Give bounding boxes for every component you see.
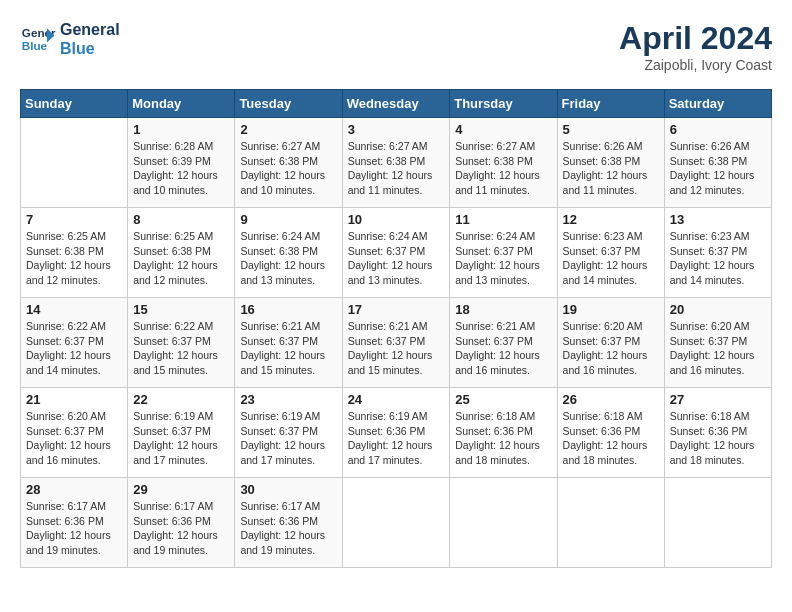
calendar-cell: 8Sunrise: 6:25 AM Sunset: 6:38 PM Daylig… [128, 208, 235, 298]
day-info: Sunrise: 6:20 AM Sunset: 6:37 PM Dayligh… [563, 319, 659, 378]
calendar-week-row: 7Sunrise: 6:25 AM Sunset: 6:38 PM Daylig… [21, 208, 772, 298]
location: Zaipobli, Ivory Coast [619, 57, 772, 73]
day-info: Sunrise: 6:28 AM Sunset: 6:39 PM Dayligh… [133, 139, 229, 198]
weekday-header: Tuesday [235, 90, 342, 118]
calendar-cell: 26Sunrise: 6:18 AM Sunset: 6:36 PM Dayli… [557, 388, 664, 478]
weekday-header: Friday [557, 90, 664, 118]
day-info: Sunrise: 6:19 AM Sunset: 6:36 PM Dayligh… [348, 409, 445, 468]
calendar-cell: 5Sunrise: 6:26 AM Sunset: 6:38 PM Daylig… [557, 118, 664, 208]
day-number: 30 [240, 482, 336, 497]
calendar-week-row: 21Sunrise: 6:20 AM Sunset: 6:37 PM Dayli… [21, 388, 772, 478]
weekday-header: Sunday [21, 90, 128, 118]
calendar-cell: 4Sunrise: 6:27 AM Sunset: 6:38 PM Daylig… [450, 118, 557, 208]
day-info: Sunrise: 6:24 AM Sunset: 6:37 PM Dayligh… [348, 229, 445, 288]
calendar-cell [342, 478, 450, 568]
day-number: 19 [563, 302, 659, 317]
day-info: Sunrise: 6:25 AM Sunset: 6:38 PM Dayligh… [133, 229, 229, 288]
day-number: 4 [455, 122, 551, 137]
day-info: Sunrise: 6:19 AM Sunset: 6:37 PM Dayligh… [240, 409, 336, 468]
day-number: 6 [670, 122, 766, 137]
day-info: Sunrise: 6:22 AM Sunset: 6:37 PM Dayligh… [133, 319, 229, 378]
day-info: Sunrise: 6:21 AM Sunset: 6:37 PM Dayligh… [240, 319, 336, 378]
day-info: Sunrise: 6:27 AM Sunset: 6:38 PM Dayligh… [240, 139, 336, 198]
logo-blue: Blue [60, 39, 120, 58]
day-info: Sunrise: 6:17 AM Sunset: 6:36 PM Dayligh… [133, 499, 229, 558]
day-number: 13 [670, 212, 766, 227]
day-number: 1 [133, 122, 229, 137]
calendar-cell: 10Sunrise: 6:24 AM Sunset: 6:37 PM Dayli… [342, 208, 450, 298]
calendar-cell: 15Sunrise: 6:22 AM Sunset: 6:37 PM Dayli… [128, 298, 235, 388]
day-info: Sunrise: 6:18 AM Sunset: 6:36 PM Dayligh… [563, 409, 659, 468]
calendar-cell: 11Sunrise: 6:24 AM Sunset: 6:37 PM Dayli… [450, 208, 557, 298]
calendar-cell: 17Sunrise: 6:21 AM Sunset: 6:37 PM Dayli… [342, 298, 450, 388]
day-number: 28 [26, 482, 122, 497]
calendar-cell: 19Sunrise: 6:20 AM Sunset: 6:37 PM Dayli… [557, 298, 664, 388]
day-number: 17 [348, 302, 445, 317]
day-number: 25 [455, 392, 551, 407]
calendar-cell: 13Sunrise: 6:23 AM Sunset: 6:37 PM Dayli… [664, 208, 771, 298]
day-number: 26 [563, 392, 659, 407]
calendar-cell: 27Sunrise: 6:18 AM Sunset: 6:36 PM Dayli… [664, 388, 771, 478]
calendar-week-row: 14Sunrise: 6:22 AM Sunset: 6:37 PM Dayli… [21, 298, 772, 388]
calendar-cell: 16Sunrise: 6:21 AM Sunset: 6:37 PM Dayli… [235, 298, 342, 388]
day-info: Sunrise: 6:23 AM Sunset: 6:37 PM Dayligh… [670, 229, 766, 288]
weekday-header: Saturday [664, 90, 771, 118]
calendar-cell: 7Sunrise: 6:25 AM Sunset: 6:38 PM Daylig… [21, 208, 128, 298]
day-info: Sunrise: 6:22 AM Sunset: 6:37 PM Dayligh… [26, 319, 122, 378]
calendar-cell: 23Sunrise: 6:19 AM Sunset: 6:37 PM Dayli… [235, 388, 342, 478]
day-number: 10 [348, 212, 445, 227]
day-number: 5 [563, 122, 659, 137]
day-number: 3 [348, 122, 445, 137]
weekday-header-row: SundayMondayTuesdayWednesdayThursdayFrid… [21, 90, 772, 118]
logo: General Blue General Blue [20, 20, 120, 58]
weekday-header: Thursday [450, 90, 557, 118]
calendar-table: SundayMondayTuesdayWednesdayThursdayFrid… [20, 89, 772, 568]
weekday-header: Wednesday [342, 90, 450, 118]
day-info: Sunrise: 6:25 AM Sunset: 6:38 PM Dayligh… [26, 229, 122, 288]
day-info: Sunrise: 6:18 AM Sunset: 6:36 PM Dayligh… [670, 409, 766, 468]
day-info: Sunrise: 6:19 AM Sunset: 6:37 PM Dayligh… [133, 409, 229, 468]
day-number: 29 [133, 482, 229, 497]
day-info: Sunrise: 6:20 AM Sunset: 6:37 PM Dayligh… [670, 319, 766, 378]
day-number: 27 [670, 392, 766, 407]
day-number: 7 [26, 212, 122, 227]
calendar-cell: 22Sunrise: 6:19 AM Sunset: 6:37 PM Dayli… [128, 388, 235, 478]
calendar-cell: 2Sunrise: 6:27 AM Sunset: 6:38 PM Daylig… [235, 118, 342, 208]
day-number: 8 [133, 212, 229, 227]
day-number: 22 [133, 392, 229, 407]
title-block: April 2024 Zaipobli, Ivory Coast [619, 20, 772, 73]
day-info: Sunrise: 6:26 AM Sunset: 6:38 PM Dayligh… [670, 139, 766, 198]
calendar-cell: 29Sunrise: 6:17 AM Sunset: 6:36 PM Dayli… [128, 478, 235, 568]
calendar-cell [664, 478, 771, 568]
calendar-cell [450, 478, 557, 568]
day-number: 23 [240, 392, 336, 407]
day-info: Sunrise: 6:21 AM Sunset: 6:37 PM Dayligh… [348, 319, 445, 378]
calendar-cell: 6Sunrise: 6:26 AM Sunset: 6:38 PM Daylig… [664, 118, 771, 208]
calendar-cell: 18Sunrise: 6:21 AM Sunset: 6:37 PM Dayli… [450, 298, 557, 388]
day-info: Sunrise: 6:27 AM Sunset: 6:38 PM Dayligh… [348, 139, 445, 198]
calendar-cell: 28Sunrise: 6:17 AM Sunset: 6:36 PM Dayli… [21, 478, 128, 568]
day-info: Sunrise: 6:20 AM Sunset: 6:37 PM Dayligh… [26, 409, 122, 468]
day-info: Sunrise: 6:17 AM Sunset: 6:36 PM Dayligh… [240, 499, 336, 558]
calendar-cell: 14Sunrise: 6:22 AM Sunset: 6:37 PM Dayli… [21, 298, 128, 388]
day-number: 12 [563, 212, 659, 227]
calendar-cell: 21Sunrise: 6:20 AM Sunset: 6:37 PM Dayli… [21, 388, 128, 478]
calendar-week-row: 28Sunrise: 6:17 AM Sunset: 6:36 PM Dayli… [21, 478, 772, 568]
logo-icon: General Blue [20, 21, 56, 57]
day-number: 2 [240, 122, 336, 137]
day-number: 9 [240, 212, 336, 227]
calendar-cell: 1Sunrise: 6:28 AM Sunset: 6:39 PM Daylig… [128, 118, 235, 208]
day-number: 21 [26, 392, 122, 407]
calendar-cell: 24Sunrise: 6:19 AM Sunset: 6:36 PM Dayli… [342, 388, 450, 478]
day-info: Sunrise: 6:24 AM Sunset: 6:37 PM Dayligh… [455, 229, 551, 288]
day-number: 11 [455, 212, 551, 227]
day-info: Sunrise: 6:17 AM Sunset: 6:36 PM Dayligh… [26, 499, 122, 558]
calendar-cell: 3Sunrise: 6:27 AM Sunset: 6:38 PM Daylig… [342, 118, 450, 208]
weekday-header: Monday [128, 90, 235, 118]
day-number: 18 [455, 302, 551, 317]
calendar-cell: 12Sunrise: 6:23 AM Sunset: 6:37 PM Dayli… [557, 208, 664, 298]
day-number: 15 [133, 302, 229, 317]
day-info: Sunrise: 6:24 AM Sunset: 6:38 PM Dayligh… [240, 229, 336, 288]
logo-general: General [60, 20, 120, 39]
calendar-week-row: 1Sunrise: 6:28 AM Sunset: 6:39 PM Daylig… [21, 118, 772, 208]
